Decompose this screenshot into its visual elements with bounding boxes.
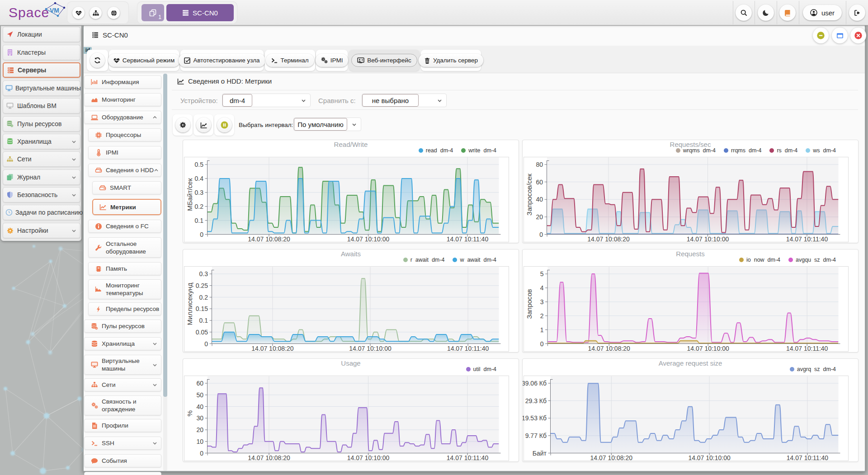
svg-text:0.5: 0.5 xyxy=(195,161,204,168)
svg-text:0: 0 xyxy=(200,231,203,238)
svg-text:14.07 10:10:00: 14.07 10:10:00 xyxy=(347,235,390,243)
svg-text:14.07 10:08:20: 14.07 10:08:20 xyxy=(248,454,290,461)
svg-text:14.07 10:11:40: 14.07 10:11:40 xyxy=(786,345,828,352)
svg-text:0.3: 0.3 xyxy=(195,189,204,196)
svg-text:0.05: 0.05 xyxy=(196,329,208,336)
svg-text:VM: VM xyxy=(50,7,59,14)
svg-text:0.2: 0.2 xyxy=(199,294,208,301)
svg-text:14.07 10:08:20: 14.07 10:08:20 xyxy=(590,454,633,461)
svg-text:20: 20 xyxy=(196,426,203,433)
svg-text:0.2: 0.2 xyxy=(195,203,204,210)
svg-text:14.07 10:11:40: 14.07 10:11:40 xyxy=(786,235,828,243)
svg-text:0: 0 xyxy=(540,340,544,348)
svg-text:14.07 10:08:20: 14.07 10:08:20 xyxy=(587,235,630,243)
svg-text:14.07 10:10:00: 14.07 10:10:00 xyxy=(687,235,729,243)
svg-text:14.07 10:11:40: 14.07 10:11:40 xyxy=(447,235,489,243)
svg-text:14.07 10:11:40: 14.07 10:11:40 xyxy=(447,345,489,352)
svg-text:3: 3 xyxy=(540,298,544,306)
svg-text:40: 40 xyxy=(196,403,203,410)
svg-text:14.07 10:08:20: 14.07 10:08:20 xyxy=(588,345,630,352)
svg-text:0.3: 0.3 xyxy=(199,270,208,277)
svg-text:0.1: 0.1 xyxy=(199,317,208,324)
svg-text:4: 4 xyxy=(540,284,544,292)
svg-text:1: 1 xyxy=(540,326,544,334)
svg-text:39.06 Кб: 39.06 Кб xyxy=(523,380,547,387)
svg-text:14.07 10:10:00: 14.07 10:10:00 xyxy=(347,454,390,461)
svg-text:80: 80 xyxy=(536,161,543,168)
svg-text:60: 60 xyxy=(196,380,203,387)
svg-text:20: 20 xyxy=(536,213,543,221)
svg-text:30: 30 xyxy=(196,414,203,422)
svg-text:29.3 Кб: 29.3 Кб xyxy=(525,397,547,404)
svg-text:14.07 10:11:40: 14.07 10:11:40 xyxy=(787,454,829,461)
svg-text:Байт: Байт xyxy=(533,450,547,457)
svg-text:14.07 10:10:00: 14.07 10:10:00 xyxy=(349,345,392,352)
svg-text:50: 50 xyxy=(196,391,203,399)
svg-text:0.1: 0.1 xyxy=(195,217,204,224)
svg-text:5: 5 xyxy=(540,270,544,277)
svg-text:14.07 10:10:00: 14.07 10:10:00 xyxy=(687,345,729,352)
svg-text:0: 0 xyxy=(200,450,203,457)
svg-text:0: 0 xyxy=(204,340,208,348)
svg-text:0.25: 0.25 xyxy=(196,282,208,289)
svg-text:2: 2 xyxy=(540,312,544,320)
svg-text:9.77 Кб: 9.77 Кб xyxy=(525,432,547,439)
svg-text:14.07 10:08:20: 14.07 10:08:20 xyxy=(248,235,290,243)
svg-text:19.53 Кб: 19.53 Кб xyxy=(523,414,547,422)
svg-text:40: 40 xyxy=(536,196,543,203)
svg-text:14.07 10:08:20: 14.07 10:08:20 xyxy=(251,345,294,352)
svg-text:60: 60 xyxy=(536,179,543,186)
svg-text:14.07 10:11:40: 14.07 10:11:40 xyxy=(447,454,489,461)
svg-text:10: 10 xyxy=(196,438,203,445)
svg-text:0.4: 0.4 xyxy=(195,175,204,182)
svg-text:14.07 10:10:00: 14.07 10:10:00 xyxy=(688,454,731,461)
svg-text:0: 0 xyxy=(539,231,543,238)
svg-text:0.15: 0.15 xyxy=(196,305,208,312)
